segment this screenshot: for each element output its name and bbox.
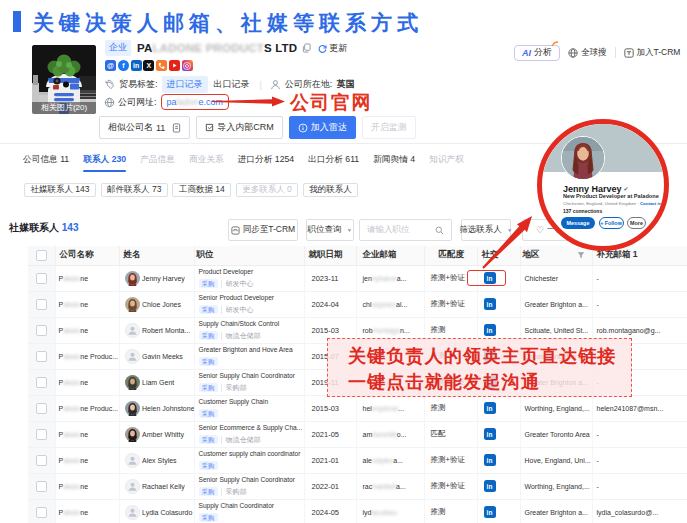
website-link[interactable]: paladone.com [161, 94, 230, 110]
linkedin-link-icon[interactable]: in [484, 480, 496, 492]
table-title: 社媒联系人 143 [9, 221, 78, 235]
contact-name-link[interactable]: Chloe Jones [142, 301, 181, 308]
linkedin-link-icon[interactable]: in [484, 428, 496, 440]
subtab-我的联系人[interactable]: 我的联系人 [303, 183, 359, 197]
refresh-button[interactable]: 更新 [318, 42, 347, 55]
tab-联系人[interactable]: 联系人 230 [83, 153, 126, 172]
select-all-checkbox[interactable] [36, 250, 47, 261]
cell-company: Paladone [55, 421, 119, 447]
website-globe-icon [104, 97, 115, 108]
contact-info-link[interactable]: Contact info [640, 201, 666, 206]
company-photo[interactable]: 相关图片(20) [32, 45, 96, 114]
linkedin-link-icon[interactable]: in [484, 402, 496, 414]
tab-进口分析[interactable]: 进口分析 1254 [238, 153, 295, 172]
import-records-tag[interactable]: 进口记录 [162, 76, 208, 93]
table-row: PaladoneJenny HarveyProduct Developer采购研… [28, 265, 687, 291]
contact-subtabs: 社媒联系人 143邮件联系人 73工商数据 14更多联系人 0我的联系人 [24, 183, 358, 197]
import-crm-button[interactable]: 导入内部CRM [196, 116, 283, 139]
tab-知识产权[interactable]: 知识产权 [429, 153, 464, 172]
row-checkbox[interactable] [36, 351, 47, 362]
tag-divider [221, 436, 222, 444]
procurement-tag: 采购 [199, 409, 218, 418]
procurement-tag: 采购 [199, 305, 218, 314]
instagram-icon[interactable] [182, 60, 193, 71]
row-checkbox[interactable] [36, 481, 47, 492]
contact-name-link[interactable]: Liam Gent [142, 379, 174, 386]
subtab-社媒联系人[interactable]: 社媒联系人 143 [24, 183, 96, 197]
row-checkbox[interactable] [36, 455, 47, 466]
procurement-tag: 采购 [199, 357, 218, 366]
linkedin-avatar [561, 136, 605, 180]
linkedin-link-icon[interactable]: in [484, 298, 496, 310]
contact-name-link[interactable]: Helen Johnstone [142, 405, 194, 412]
row-checkbox[interactable] [36, 325, 47, 336]
cell-company: Paladone [55, 265, 119, 291]
contact-name-link[interactable]: Jenny Harvey [142, 275, 185, 282]
annotation-banner: 关键负责人的领英主页直达链接 一键点击就能发起沟通 [327, 338, 632, 397]
facebook-icon[interactable]: f [118, 60, 129, 71]
cell-match: 推测+验证 [424, 447, 477, 473]
cell-name: Gavin Meeks [119, 343, 194, 369]
youtube-icon[interactable] [169, 60, 180, 71]
linkedin-icon[interactable]: in [131, 60, 142, 71]
tab-新闻舆情[interactable]: 新闻舆情 4 [373, 153, 415, 172]
tab-商业关系[interactable]: 商业关系 [189, 153, 224, 172]
filter-contacts-dropdown[interactable]: 筛选联系人▼ [461, 219, 511, 241]
subtab-工商数据[interactable]: 工商数据 14 [172, 183, 231, 197]
export-records-tag[interactable]: 出口记录 [212, 77, 252, 93]
more-button[interactable]: More [627, 217, 646, 229]
contact-name-link[interactable]: Rachael Kelly [142, 483, 185, 490]
contact-name-link[interactable]: Lydia Colasurdo [142, 509, 192, 516]
row-checkbox[interactable] [36, 429, 47, 440]
monitor-button[interactable]: 开启监测 [362, 116, 416, 139]
sync-tcrm-button[interactable]: 同步至T-CRM [228, 219, 298, 241]
tab-产品信息[interactable]: 产品信息 [140, 153, 175, 172]
row-checkbox[interactable] [36, 377, 47, 388]
department-tag: 采购部 [226, 487, 247, 497]
contact-name-link[interactable]: Alex Styles [142, 457, 177, 464]
contact-name-link[interactable]: Robert Monta... [142, 327, 190, 334]
sync-icon [231, 226, 240, 235]
filter-icon[interactable] [577, 251, 585, 259]
tab-出口分析[interactable]: 出口分析 611 [308, 153, 359, 172]
cell-date: 2015-03 [304, 395, 356, 421]
contact-name-link[interactable]: Amber Whitty [142, 431, 184, 438]
linkedin-link-icon[interactable]: in [484, 506, 496, 518]
linkedin-link-icon[interactable]: in [484, 324, 496, 336]
cell-region: Worthing, England,... [520, 395, 592, 421]
subtab-邮件联系人[interactable]: 邮件联系人 73 [101, 183, 168, 197]
cell-region: Greater Toronto Area [520, 421, 592, 447]
title-accent-bar [13, 11, 21, 32]
row-checkbox[interactable] [36, 507, 47, 518]
phone-icon[interactable] [156, 60, 167, 71]
global-search-button[interactable]: 全球搜 [568, 47, 607, 59]
position-query-dropdown[interactable]: 职位查询▼ [306, 219, 354, 241]
x-twitter-icon[interactable]: X [143, 60, 154, 71]
row-checkbox[interactable] [36, 273, 47, 284]
cell-region: Hove, England, Uni... [520, 447, 592, 473]
follow-button[interactable]: + Follow [599, 217, 624, 229]
checkbox-column-header [28, 246, 55, 265]
heart-icon: ♡ [536, 225, 544, 235]
row-checkbox[interactable] [36, 403, 47, 414]
cell-region: Worthing, England,... [520, 473, 592, 499]
app-root: 关键决策人邮箱、社媒等联系方式 AI 分析 全球搜 加入T-CRM [0, 0, 687, 523]
cell-social: in [477, 395, 520, 421]
subtab-更多联系人[interactable]: 更多联系人 0 [236, 183, 299, 197]
tab-公司信息[interactable]: 公司信息 11 [23, 153, 69, 172]
cell-position: Senior Supply Chain Coordinator采购采购部 [194, 473, 304, 499]
column-header-6: 匹配度 [424, 246, 477, 265]
message-button[interactable]: Message [561, 217, 595, 229]
add-radar-button[interactable]: 加入雷达 [289, 116, 356, 139]
join-tcrm-button[interactable]: 加入T-CRM [624, 47, 681, 59]
linkedin-link-icon[interactable]: in [484, 454, 496, 466]
position-search-input[interactable]: 请输入职位 [359, 219, 452, 241]
tag-divider [221, 384, 222, 392]
copy-icon[interactable] [302, 43, 311, 53]
row-checkbox[interactable] [36, 299, 47, 310]
website-icon[interactable]: @ [105, 60, 116, 71]
ai-analysis-button[interactable]: AI 分析 [514, 45, 560, 61]
similar-companies-button[interactable]: 相似公司名11 [99, 116, 190, 139]
search-icon [435, 226, 444, 235]
contact-name-link[interactable]: Gavin Meeks [142, 353, 183, 360]
